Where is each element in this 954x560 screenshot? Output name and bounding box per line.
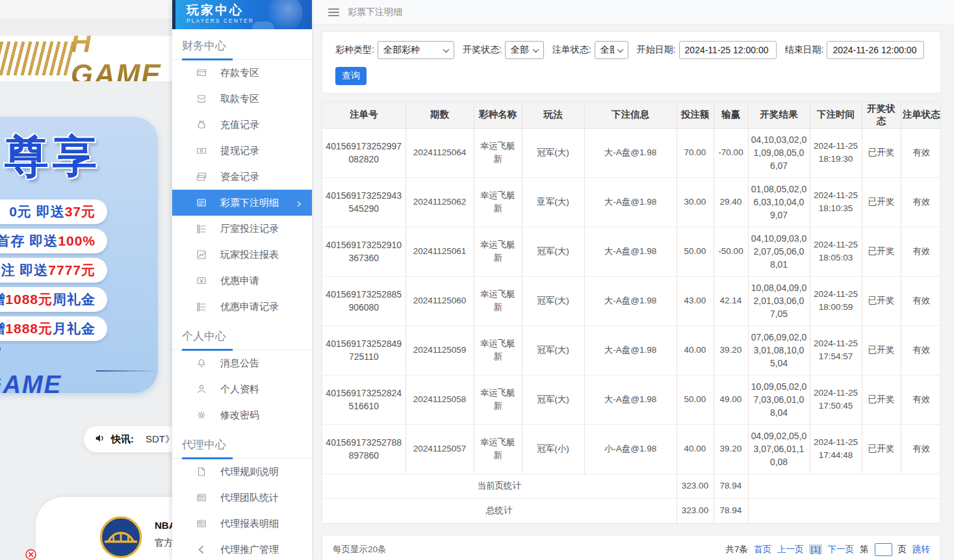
sidebar-item[interactable]: 资金记录 bbox=[172, 164, 312, 190]
table-cell: 冠军(大) bbox=[522, 128, 584, 177]
sidebar-item[interactable]: 优惠申请 bbox=[172, 268, 312, 294]
sidebar-item[interactable]: 个人资料 bbox=[172, 376, 312, 402]
sidebar-item[interactable]: 充值记录 bbox=[172, 112, 312, 138]
table-cell: 401569173252943545290 bbox=[322, 177, 406, 227]
summary-row: 总统计323.0078.94 bbox=[322, 498, 941, 523]
bet-table-card: 注单号期数彩种名称玩法下注信息投注额输赢开奖结果下注时间开奖状态注单状态4015… bbox=[322, 101, 941, 524]
table-cell: 401569173252788897860 bbox=[322, 424, 406, 474]
table-cell: 70.00 bbox=[677, 128, 714, 177]
table-cell: 43.00 bbox=[677, 276, 714, 325]
table-cell: 有效 bbox=[901, 325, 941, 375]
order-status-select[interactable]: 全部 bbox=[595, 41, 628, 59]
close-icon[interactable] bbox=[25, 549, 36, 560]
first-page-link[interactable]: 首页 bbox=[754, 544, 771, 555]
draw-status-label: 开奖状态: bbox=[463, 44, 502, 56]
table-cell: 2024-11-25 18:10:35 bbox=[810, 177, 862, 227]
start-date-input[interactable] bbox=[679, 41, 777, 59]
table-cell: 2024-11-25 17:44:48 bbox=[810, 424, 862, 474]
table-cell: 39.20 bbox=[714, 424, 748, 474]
sidebar-item-label: 提现记录 bbox=[220, 145, 259, 157]
current-page[interactable]: [1] bbox=[809, 544, 821, 554]
page-title: 彩票下注明细 bbox=[348, 6, 402, 18]
search-button[interactable]: 查询 bbox=[335, 67, 367, 85]
promo-pill: 加赠1088元周礼金 bbox=[0, 287, 107, 312]
summary-winloss-total: 78.94 bbox=[714, 474, 748, 498]
share-icon bbox=[196, 544, 208, 555]
table-row: 40156917325288590608020241125060幸运飞艇新冠军(… bbox=[322, 276, 941, 325]
team-stats-icon bbox=[196, 492, 208, 503]
table-cell: 有效 bbox=[901, 128, 941, 177]
sidebar-item[interactable]: 玩家投注报表 bbox=[172, 242, 312, 268]
table-cell: 01,08,05,02,06,03,10,04,09,07 bbox=[748, 177, 810, 227]
menu-toggle-icon[interactable] bbox=[328, 8, 339, 16]
table-cell: 20241125060 bbox=[406, 276, 474, 325]
table-cell: 亚军(大) bbox=[522, 177, 584, 227]
column-header: 注单号 bbox=[322, 102, 406, 128]
coupon-icon bbox=[196, 275, 208, 286]
column-header: 玩法 bbox=[522, 102, 584, 128]
table-cell: 已开奖 bbox=[862, 276, 901, 325]
draw-status-select[interactable]: 全部 bbox=[505, 41, 544, 59]
column-header: 彩种名称 bbox=[474, 102, 522, 128]
end-date-input[interactable] bbox=[827, 41, 924, 59]
sidebar-item[interactable]: 消息公告 bbox=[172, 350, 312, 376]
sidebar-item-label: 优惠申请记录 bbox=[220, 301, 279, 313]
table-cell: -70.00 bbox=[714, 128, 748, 177]
bell-icon bbox=[196, 358, 208, 368]
table-cell: 10,08,04,09,02,01,03,06,07,05 bbox=[748, 276, 810, 325]
table-cell: 冠军(大) bbox=[522, 276, 584, 325]
table-cell: 2024-11-25 17:50:45 bbox=[810, 375, 862, 424]
summary-empty bbox=[748, 498, 941, 523]
filter-panel: 彩种类型: 全部彩种 开奖状态: 全部 注单 bbox=[322, 31, 941, 94]
column-header: 开奖状态 bbox=[862, 102, 901, 128]
table-cell: 已开奖 bbox=[862, 424, 901, 474]
prev-page-link[interactable]: 上一页 bbox=[777, 544, 804, 555]
chevron-right-icon bbox=[295, 199, 303, 207]
next-page-link[interactable]: 下一页 bbox=[828, 544, 855, 555]
table-cell: 50.00 bbox=[677, 375, 714, 424]
total-count: 共7条 bbox=[725, 544, 748, 555]
sidebar-item[interactable]: 代理推广管理 bbox=[172, 537, 312, 560]
table-cell: 已开奖 bbox=[862, 227, 901, 276]
sidebar-item[interactable]: 优惠申请记录 bbox=[172, 294, 312, 320]
promo-brandline: H GAME bbox=[0, 343, 158, 399]
sidebar-item-label: 充值记录 bbox=[220, 119, 259, 131]
table-cell: 20241125058 bbox=[406, 375, 474, 424]
sidebar-item[interactable]: 取款专区 bbox=[172, 86, 312, 112]
start-date-label: 开始日期: bbox=[637, 44, 676, 56]
jump-button[interactable]: 跳转 bbox=[912, 544, 930, 555]
section-title: 个人中心 bbox=[172, 320, 312, 350]
sidebar-item-label: 玩家投注报表 bbox=[220, 249, 279, 261]
jump-suffix: 页 bbox=[898, 544, 907, 555]
sidebar-item[interactable]: 厅室投注记录 bbox=[172, 216, 312, 242]
table-cell: 已开奖 bbox=[862, 325, 901, 375]
table-cell: 07,06,09,02,03,01,08,10,05,04 bbox=[748, 325, 810, 375]
main-area: 彩票下注明细 彩种类型: 全部彩种 开奖状态: 全部 bbox=[312, 0, 954, 560]
sidebar-item[interactable]: 代理报表明细 bbox=[172, 511, 312, 537]
table-cell: 冠军(小) bbox=[522, 424, 584, 474]
table-cell: 幸运飞艇新 bbox=[474, 177, 522, 227]
column-header: 输赢 bbox=[714, 102, 748, 128]
column-header: 投注额 bbox=[677, 102, 714, 128]
sidebar-item[interactable]: 彩票下注明细 bbox=[172, 190, 312, 216]
nba-subtitle: 官方 bbox=[155, 537, 173, 549]
background-site-page: H GAME 尊享 0元 即送37元首存 即送100%注 即送7777元加赠10… bbox=[0, 0, 172, 560]
sidebar-item[interactable]: 修改密码 bbox=[172, 402, 312, 428]
lottery-type-select[interactable]: 全部彩种 bbox=[378, 41, 454, 59]
promo-pill: 加赠1888元月礼金 bbox=[0, 316, 107, 341]
summary-empty bbox=[748, 474, 941, 498]
sidebar-item[interactable]: 代理团队统计 bbox=[172, 485, 312, 511]
sidebar-item[interactable]: 代理规则说明 bbox=[172, 459, 312, 485]
sidebar-item[interactable]: 提现记录 bbox=[172, 138, 312, 164]
page-jump-input[interactable] bbox=[875, 543, 892, 556]
sidebar-item[interactable]: 存款专区 bbox=[172, 60, 312, 86]
topbar: 彩票下注明细 bbox=[312, 0, 954, 25]
funds-icon bbox=[196, 172, 208, 182]
table-cell: 大-A盘@1.98 bbox=[584, 128, 677, 177]
sidebar-item-label: 修改密码 bbox=[220, 409, 259, 422]
top-strip bbox=[0, 0, 172, 19]
table-cell: 42.14 bbox=[714, 276, 748, 325]
table-row: 40156917325282451661020241125058幸运飞艇新冠军(… bbox=[322, 375, 941, 424]
withdraw-hand-icon bbox=[196, 94, 208, 104]
table-cell: 20241125057 bbox=[406, 424, 474, 474]
